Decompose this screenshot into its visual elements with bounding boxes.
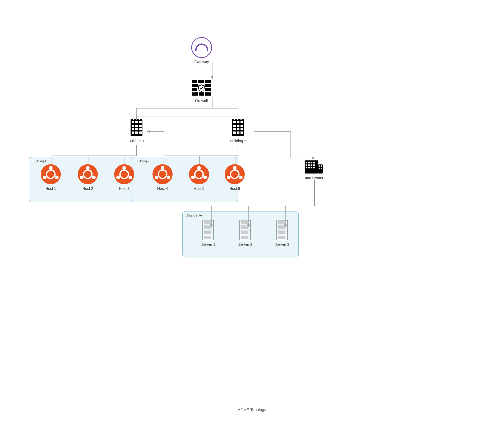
firewall-icon: [191, 79, 212, 97]
server3-node[interactable]: Server 3: [274, 220, 290, 247]
svg-point-91: [167, 176, 170, 179]
building1-top-label: Building 1: [128, 139, 145, 143]
svg-point-76: [55, 176, 59, 179]
building2-top-label: Building 2: [230, 139, 246, 143]
host5-node[interactable]: Host 5: [188, 164, 210, 191]
svg-rect-31: [139, 131, 142, 134]
svg-rect-43: [233, 128, 236, 130]
svg-point-94: [197, 166, 201, 170]
svg-rect-14: [205, 88, 211, 91]
svg-rect-107: [204, 226, 211, 229]
host6-label: Host 6: [229, 186, 240, 191]
datacenter-icon: [303, 156, 323, 174]
svg-point-84: [122, 166, 126, 170]
server3-label: Server 3: [275, 242, 289, 247]
svg-rect-125: [278, 236, 285, 239]
svg-rect-60: [308, 164, 310, 166]
building2-icon: [229, 119, 247, 137]
host1-label: Host 1: [45, 186, 56, 191]
gateway-icon: [191, 37, 212, 58]
server2-icon: [237, 220, 253, 241]
svg-point-85: [116, 176, 120, 179]
building1-node[interactable]: Building 1: [128, 119, 145, 143]
svg-rect-44: [237, 128, 239, 130]
svg-rect-52: [242, 119, 244, 121]
server2-node[interactable]: Server 2: [237, 220, 253, 247]
building1-group-label: Building 1: [33, 159, 47, 163]
svg-rect-66: [313, 167, 315, 168]
host2-label: Host 2: [82, 186, 93, 191]
svg-rect-61: [311, 164, 312, 166]
svg-rect-115: [241, 226, 248, 229]
svg-rect-38: [237, 121, 239, 123]
svg-rect-116: [241, 231, 248, 234]
svg-point-75: [43, 176, 47, 179]
svg-rect-16: [199, 92, 204, 96]
svg-rect-20: [132, 121, 134, 123]
host6-icon: [224, 164, 245, 185]
svg-rect-123: [278, 226, 285, 229]
host6-node[interactable]: Host 6: [224, 164, 245, 191]
svg-point-4: [201, 43, 202, 45]
datacenter-top-label: Data Center: [303, 176, 323, 180]
svg-rect-40: [233, 125, 236, 127]
svg-rect-9: [192, 84, 198, 87]
svg-rect-62: [313, 164, 315, 166]
svg-rect-17: [205, 92, 211, 96]
firewall-label: Firewall: [195, 99, 208, 103]
svg-point-89: [161, 166, 164, 170]
svg-rect-47: [237, 131, 239, 134]
building1-icon: [128, 119, 145, 137]
server1-node[interactable]: Server 1: [200, 220, 216, 247]
svg-rect-109: [204, 236, 211, 239]
svg-point-90: [155, 176, 158, 179]
host4-icon: [152, 164, 173, 185]
host2-node[interactable]: Host 2: [77, 164, 98, 191]
svg-rect-32: [131, 119, 133, 121]
svg-rect-55: [306, 162, 308, 163]
svg-rect-41: [237, 125, 239, 127]
svg-rect-25: [139, 125, 142, 127]
svg-rect-11: [205, 84, 211, 87]
host4-node[interactable]: Host 4: [152, 164, 173, 191]
svg-rect-124: [278, 231, 285, 234]
host3-label: Host 3: [119, 186, 130, 191]
svg-point-74: [49, 166, 53, 170]
host1-node[interactable]: Host 1: [40, 164, 61, 191]
svg-rect-26: [132, 128, 134, 130]
server1-label: Server 1: [201, 242, 215, 247]
server2-label: Server 2: [238, 242, 252, 247]
topology-diagram: Building 1 Building 2 Data Center Gatewa…: [0, 0, 504, 433]
svg-rect-71: [305, 160, 318, 161]
svg-rect-28: [139, 128, 142, 130]
svg-rect-70: [321, 168, 322, 169]
svg-rect-42: [241, 125, 243, 127]
building2-node[interactable]: Building 2: [229, 119, 247, 143]
svg-rect-45: [241, 128, 243, 130]
datacenter-node[interactable]: Data Center: [303, 156, 323, 180]
svg-point-81: [92, 176, 96, 179]
host3-icon: [114, 164, 135, 185]
svg-rect-117: [241, 236, 248, 239]
svg-rect-50: [235, 119, 237, 121]
svg-rect-108: [204, 231, 211, 234]
svg-rect-6: [192, 80, 197, 83]
svg-rect-67: [319, 165, 320, 167]
svg-rect-48: [241, 131, 243, 134]
gateway-node[interactable]: Gateway: [191, 37, 212, 64]
svg-rect-106: [204, 221, 211, 224]
svg-rect-63: [306, 167, 308, 168]
host1-icon: [40, 164, 61, 185]
svg-point-80: [80, 176, 84, 179]
svg-rect-46: [233, 131, 236, 134]
host5-label: Host 5: [194, 186, 204, 191]
svg-point-79: [86, 166, 90, 170]
svg-rect-29: [132, 131, 134, 134]
host5-icon: [188, 164, 210, 185]
server3-icon: [274, 220, 290, 241]
host3-node[interactable]: Host 3: [114, 164, 135, 191]
svg-rect-68: [321, 165, 322, 167]
svg-rect-21: [135, 121, 138, 123]
svg-rect-58: [313, 162, 315, 163]
firewall-node[interactable]: Firewall: [191, 79, 212, 103]
